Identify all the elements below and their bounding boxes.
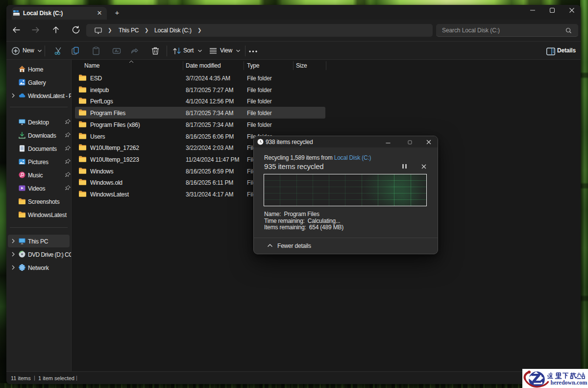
svg-text:heredown.com: heredown.com (551, 379, 588, 386)
